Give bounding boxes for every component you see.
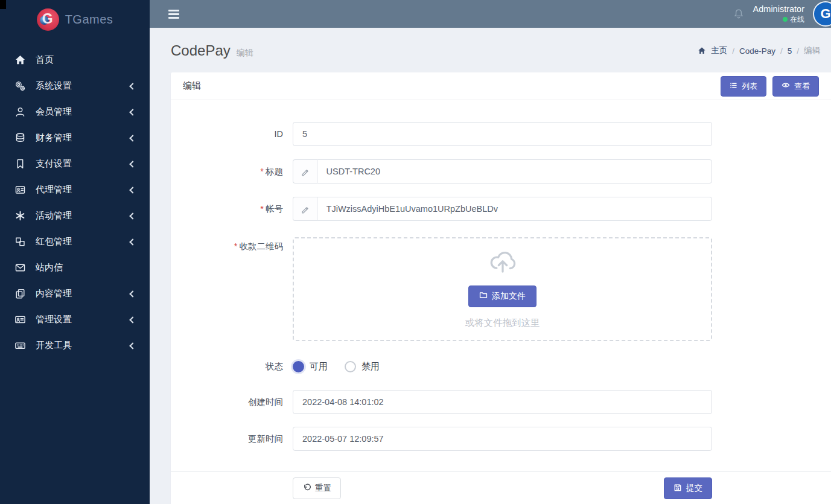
user-icon bbox=[14, 106, 26, 118]
sidebar-item-system-settings[interactable]: 系统设置 bbox=[0, 73, 150, 99]
logo-letter: G bbox=[42, 11, 53, 27]
notifications-bell-icon[interactable] bbox=[733, 8, 745, 20]
chevron-left-icon bbox=[129, 238, 136, 245]
submit-button-label: 提交 bbox=[686, 483, 702, 494]
created-time-input[interactable] bbox=[293, 390, 712, 414]
online-status-dot bbox=[783, 17, 788, 22]
home-icon bbox=[698, 46, 706, 55]
form-row-status: 状态 可用 禁用 bbox=[171, 359, 831, 374]
copy-icon bbox=[14, 288, 26, 300]
breadcrumb-current: 编辑 bbox=[804, 45, 820, 56]
id-label: ID bbox=[171, 129, 293, 139]
breadcrumb-id-link[interactable]: 5 bbox=[788, 46, 792, 56]
account-input[interactable] bbox=[317, 197, 712, 221]
pencil-icon bbox=[293, 197, 317, 221]
card-header: 编辑 列表 查看 bbox=[171, 72, 831, 100]
chevron-left-icon bbox=[129, 316, 136, 323]
form-row-id: ID bbox=[171, 122, 831, 146]
title-input[interactable] bbox=[317, 159, 712, 183]
save-icon bbox=[673, 483, 682, 494]
sidebar-item-content-management[interactable]: 内容管理 bbox=[0, 281, 150, 307]
form-row-created: 创建时间 bbox=[171, 390, 831, 414]
chevron-left-icon bbox=[129, 187, 136, 193]
page-subtitle: 编辑 bbox=[237, 48, 253, 59]
user-name: Administrator bbox=[753, 4, 804, 14]
chevron-left-icon bbox=[129, 135, 136, 141]
avatar[interactable]: G bbox=[813, 1, 831, 27]
sidebar-item-agent-management[interactable]: 代理管理 bbox=[0, 177, 150, 203]
add-file-button-label: 添加文件 bbox=[492, 291, 526, 302]
sidebar-item-site-message[interactable]: 站内信 bbox=[0, 255, 150, 281]
user-menu[interactable]: Administrator 在线 bbox=[753, 4, 804, 24]
breadcrumb-separator: / bbox=[780, 46, 783, 56]
sidebar-item-label: 会员管理 bbox=[36, 106, 130, 118]
breadcrumb-codepay-link[interactable]: Code-Pay bbox=[739, 46, 775, 56]
qrcode-label: *收款二维码 bbox=[171, 237, 293, 252]
brand[interactable]: G TGames bbox=[0, 0, 150, 39]
list-button[interactable]: 列表 bbox=[721, 76, 766, 97]
form-row-title: *标题 bbox=[171, 159, 831, 183]
status-radio[interactable] bbox=[345, 361, 356, 372]
breadcrumb-home-link[interactable]: 主页 bbox=[711, 45, 727, 56]
user-status-label: 在线 bbox=[790, 15, 804, 24]
home-icon bbox=[14, 54, 26, 66]
sidebar-item-label: 活动管理 bbox=[36, 210, 130, 222]
bookmark-icon bbox=[14, 158, 26, 170]
sidebar-item-home[interactable]: 首页 bbox=[0, 47, 150, 73]
chevron-left-icon bbox=[129, 109, 136, 115]
cloud-upload-icon bbox=[485, 247, 520, 279]
reset-icon bbox=[302, 483, 311, 494]
breadcrumb-separator: / bbox=[732, 46, 734, 56]
sidebar-item-redpacket-management[interactable]: 红包管理 bbox=[0, 229, 150, 255]
status-radio[interactable] bbox=[293, 361, 304, 372]
edit-form: ID *标题 *帐号 bbox=[171, 100, 831, 504]
required-marker: * bbox=[234, 241, 238, 251]
submit-button[interactable]: 提交 bbox=[664, 477, 712, 499]
account-label: *帐号 bbox=[171, 203, 293, 215]
gears-icon bbox=[14, 80, 26, 92]
sidebar-item-member-management[interactable]: 会员管理 bbox=[0, 99, 150, 125]
id-card-icon bbox=[14, 314, 26, 326]
sidebar-item-label: 管理设置 bbox=[36, 314, 130, 325]
list-icon bbox=[730, 81, 737, 91]
form-row-updated: 更新时间 bbox=[171, 427, 831, 451]
topbar: Administrator 在线 G bbox=[150, 0, 831, 28]
page-title: CodePay bbox=[171, 42, 231, 59]
sidebar-item-dev-tools[interactable]: 开发工具 bbox=[0, 333, 150, 359]
list-button-label: 列表 bbox=[742, 81, 757, 92]
sidebar-item-label: 站内信 bbox=[36, 262, 135, 273]
qrcode-dropzone[interactable]: 添加文件 或将文件拖到这里 bbox=[293, 237, 712, 341]
id-input[interactable] bbox=[293, 122, 712, 146]
form-footer: 重置 提交 bbox=[171, 471, 831, 504]
database-icon bbox=[14, 132, 26, 144]
view-button[interactable]: 查看 bbox=[772, 76, 819, 97]
sidebar-item-finance-management[interactable]: 财务管理 bbox=[0, 125, 150, 151]
folder-icon bbox=[479, 291, 488, 301]
sidebar: G TGames 首页 系统设置 会员管理 bbox=[0, 0, 150, 504]
sidebar-item-label: 支付设置 bbox=[36, 158, 130, 170]
edit-card: 编辑 列表 查看 ID *标题 bbox=[171, 72, 831, 504]
sidebar-item-label: 内容管理 bbox=[36, 288, 130, 299]
sidebar-item-admin-settings[interactable]: 管理设置 bbox=[0, 307, 150, 333]
menu-toggle-button[interactable] bbox=[166, 6, 182, 22]
drop-hint: 或将文件拖到这里 bbox=[465, 317, 540, 330]
status-option-label: 禁用 bbox=[361, 361, 380, 372]
card-title: 编辑 bbox=[183, 80, 201, 92]
status-option-disabled[interactable]: 禁用 bbox=[345, 361, 380, 372]
form-row-qrcode: *收款二维码 添加文件 或将文件拖到这里 bbox=[171, 237, 831, 341]
reset-button[interactable]: 重置 bbox=[293, 477, 341, 499]
chevron-left-icon bbox=[129, 342, 136, 349]
sidebar-item-payment-settings[interactable]: 支付设置 bbox=[0, 151, 150, 177]
updated-time-input[interactable] bbox=[293, 427, 712, 451]
chevron-left-icon bbox=[129, 83, 136, 89]
reset-button-label: 重置 bbox=[315, 483, 331, 494]
status-option-enabled[interactable]: 可用 bbox=[293, 361, 328, 372]
keyboard-icon bbox=[14, 340, 26, 352]
status-label: 状态 bbox=[171, 361, 293, 372]
page-header: CodePay 编辑 主页 / Code-Pay / 5 / 编辑 bbox=[150, 28, 831, 72]
sidebar-item-label: 首页 bbox=[36, 54, 135, 66]
tgames-logo-icon: G bbox=[37, 8, 59, 31]
sidebar-item-activity-management[interactable]: 活动管理 bbox=[0, 203, 150, 229]
add-file-button[interactable]: 添加文件 bbox=[468, 285, 536, 307]
pencil-icon bbox=[293, 159, 317, 183]
